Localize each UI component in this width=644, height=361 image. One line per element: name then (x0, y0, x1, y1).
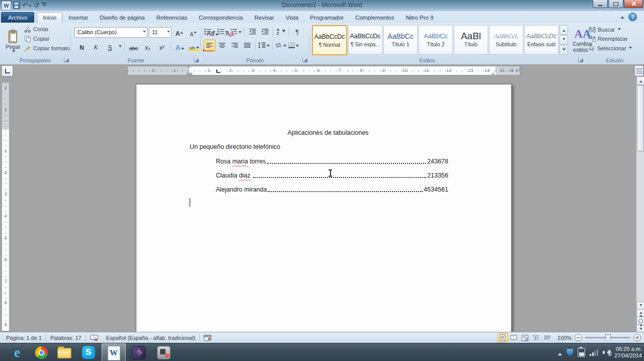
tab-referencias[interactable]: Referencias (151, 13, 193, 23)
italic-button[interactable]: K (90, 41, 102, 52)
indent-markers[interactable] (186, 66, 192, 75)
format-painter-button[interactable]: Copiar formato (24, 45, 70, 52)
clipboard-dialog-launcher[interactable] (64, 57, 69, 62)
align-right-button[interactable] (229, 40, 240, 51)
page-indicator[interactable]: Página: 1 de 1 (2, 332, 46, 343)
tab-complementos[interactable]: Complementos (350, 13, 399, 23)
tab-correspondencia[interactable]: Correspondencia (193, 13, 249, 23)
line-spacing-button[interactable] (258, 40, 270, 51)
paste-button[interactable]: Pegar (3, 25, 23, 59)
zoom-in-button[interactable] (633, 334, 641, 341)
zoom-out-button[interactable] (575, 334, 582, 341)
multilevel-list-button[interactable] (230, 26, 242, 37)
justify-button[interactable] (242, 40, 253, 51)
browse-next-button[interactable] (636, 324, 644, 332)
grow-font-button[interactable]: A (173, 27, 186, 38)
style-subtitulo[interactable]: AaBbCcL Subtítulo (489, 25, 523, 54)
styles-more-button[interactable] (559, 45, 568, 55)
view-ruler-toggle-button[interactable] (634, 65, 643, 76)
network-signal-icon[interactable] (590, 349, 598, 356)
align-left-button[interactable] (204, 40, 215, 51)
draft-view-button[interactable] (542, 333, 552, 342)
style-enfasis-sutil[interactable]: AaBbCcDc Énfasis sutil (524, 25, 558, 54)
scroll-up-button[interactable] (636, 76, 644, 85)
document-page[interactable]: Aplicaciones de tabulaciones Un pequeño … (136, 84, 512, 332)
align-center-button[interactable] (216, 40, 228, 51)
title-bar[interactable]: W ↶ ↺ Documento1 - Microsoft Word (0, 0, 644, 11)
taskbar-skype-icon[interactable]: S (77, 343, 100, 361)
spellcheck-status[interactable] (86, 332, 102, 343)
vertical-scrollbar[interactable] (636, 76, 644, 332)
horizontal-ruler[interactable]: 2 1 1 2 3 4 5 6 7 8 9 10 11 12 13 14 15 … (127, 66, 520, 75)
taskbar-word-icon-active[interactable]: W (102, 343, 126, 361)
style-sin-espaciado[interactable]: AaBbCcDc ¶ Sin espa... (348, 25, 382, 54)
scrollbar-thumb[interactable] (637, 85, 644, 151)
tab-revisar[interactable]: Revisar (249, 13, 280, 23)
bullets-button[interactable] (204, 26, 216, 37)
font-dialog-launcher[interactable] (194, 57, 199, 62)
taskbar-recorder-icon[interactable] (152, 343, 175, 361)
print-layout-view-button[interactable] (498, 333, 508, 342)
fullscreen-reading-view-button[interactable] (509, 333, 519, 342)
web-layout-view-button[interactable] (520, 333, 530, 342)
style-normal[interactable]: AaBbCcDc ¶ Normal (312, 25, 347, 55)
tab-nitro-pro-9[interactable]: Nitro Pro 9 (400, 13, 439, 23)
borders-button[interactable] (288, 40, 299, 51)
numbering-button[interactable] (217, 26, 229, 37)
strikethrough-button[interactable]: abc (127, 41, 140, 52)
style-titulo-2[interactable]: AaBbCc Título 2 (419, 25, 453, 54)
tab-diseno-de-pagina[interactable]: Diseño de página (94, 13, 150, 23)
text-effects-button[interactable]: A (174, 41, 186, 52)
outline-view-button[interactable] (531, 333, 541, 342)
close-button[interactable] (624, 0, 643, 8)
style-titulo[interactable]: AaBl Título (454, 25, 488, 54)
styles-dialog-launcher[interactable] (578, 57, 583, 62)
show-marks-button[interactable]: ¶ (291, 26, 303, 37)
left-indent-marker[interactable] (187, 73, 192, 76)
word-count[interactable]: Palabras: 17 (46, 332, 86, 343)
taskbar-app-dark-icon[interactable] (127, 343, 149, 361)
help-button[interactable]: ? (628, 13, 637, 21)
font-size-select[interactable]: 11 (149, 27, 172, 38)
vertical-ruler[interactable]: 2 1 1 2 3 4 5 6 7 8 9 (2, 82, 10, 331)
minimize-button[interactable] (593, 0, 608, 8)
superscript-button[interactable]: x² (155, 41, 168, 52)
security-shield-icon[interactable] (567, 349, 573, 356)
tab-inicio[interactable]: Inicio (37, 12, 62, 23)
subscript-button[interactable]: x₂ (141, 41, 154, 52)
underline-dropdown-arrow-icon[interactable] (119, 45, 122, 49)
tab-programador[interactable]: Programador (304, 13, 349, 23)
shrink-font-button[interactable]: A (187, 27, 200, 38)
style-titulo-1[interactable]: AaBbCc Título 1 (383, 25, 418, 54)
styles-scroll-up-button[interactable] (559, 25, 568, 35)
zoom-level[interactable]: 100% (557, 335, 572, 341)
language-indicator[interactable]: Español (España - alfab. tradicional) (102, 332, 199, 343)
macro-recording-button[interactable] (200, 332, 215, 343)
tab-archivo[interactable]: Archivo (1, 12, 34, 23)
paragraph-dialog-launcher[interactable] (302, 57, 307, 62)
taskbar-file-explorer-icon[interactable] (53, 343, 75, 361)
font-family-select[interactable]: Calibri (Cuerpo) (74, 27, 147, 38)
paste-dropdown-arrow-icon[interactable] (12, 50, 15, 54)
speaker-icon[interactable] (603, 349, 610, 356)
decrease-indent-button[interactable] (247, 26, 258, 37)
taskbar-chrome-icon[interactable] (30, 343, 52, 361)
zoom-slider-track[interactable] (585, 337, 630, 338)
highlight-button[interactable]: ab (188, 41, 201, 52)
zoom-slider-thumb[interactable] (605, 334, 611, 341)
cut-button[interactable]: Cortar (24, 26, 70, 33)
styles-scroll-down-button[interactable] (559, 35, 568, 45)
bold-button[interactable]: N (75, 41, 88, 52)
tab-stop-marker[interactable] (216, 69, 220, 73)
tab-stop-selector[interactable] (2, 65, 13, 76)
copy-button[interactable]: Copiar (24, 35, 70, 42)
right-indent-marker[interactable] (491, 70, 496, 75)
shading-button[interactable] (275, 40, 287, 51)
replace-button[interactable]: Reemplazar (589, 36, 632, 42)
battery-icon[interactable] (578, 348, 585, 357)
select-button[interactable]: Seleccionar (589, 45, 632, 51)
tab-insertar[interactable]: Insertar (63, 13, 94, 23)
underline-button[interactable]: S (104, 41, 116, 52)
tray-show-hidden-icon[interactable] (558, 351, 562, 355)
taskbar-internet-explorer-icon[interactable]: e (6, 343, 28, 361)
